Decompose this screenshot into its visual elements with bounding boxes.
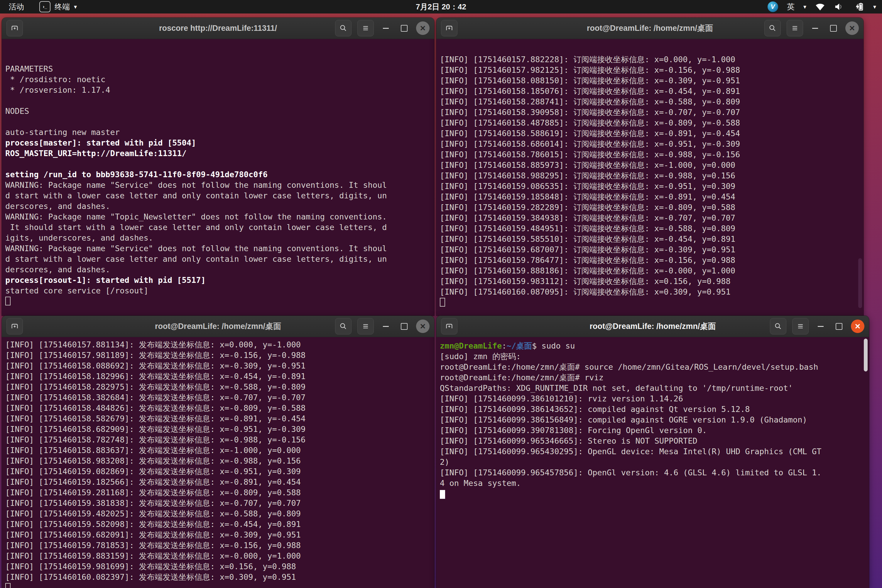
terminal-line: [INFO] [1751460158.288741]: 订阅端接收坐标信息: x… <box>440 96 860 107</box>
terminal-line: [INFO] [1751460159.682091]: 发布端发送坐标信息: x… <box>5 530 431 540</box>
window-publisher: root@DreamLife: /home/zmn/桌面 [INFO] [175… <box>2 316 434 588</box>
terminal-line: [INFO] [1751460158.686014]: 订阅端接收坐标信息: x… <box>440 139 860 149</box>
terminal-line: [INFO] [1751460158.782748]: 发布端发送坐标信息: x… <box>5 435 431 445</box>
window-title: root@DreamLife: /home/zmn/桌面 <box>590 321 716 332</box>
terminal-line: [INFO] [1751460158.185076]: 订阅端接收坐标信息: x… <box>440 86 860 96</box>
terminal-line: [INFO] [1751460159.687007]: 订阅端接收坐标信息: x… <box>440 244 860 255</box>
new-tab-button[interactable] <box>441 20 458 36</box>
terminal-output[interactable]: zmn@DreamLife:~/桌面$ sudo su[sudo] zmn 的密… <box>436 337 869 588</box>
terminal-line: [INFO] [1751460157.981189]: 发布端发送坐标信息: x… <box>5 350 431 361</box>
terminal-line: [INFO] [1751460158.883637]: 发布端发送坐标信息: x… <box>5 445 431 456</box>
terminal-line: [INFO] [1751460158.983208]: 发布端发送坐标信息: x… <box>5 456 431 466</box>
close-button[interactable] <box>845 21 859 35</box>
terminal-line: [INFO] [1751460159.185848]: 订阅端接收坐标信息: x… <box>440 192 860 202</box>
terminal-line: [INFO] [1751460099.965457856]: OpenGl ve… <box>440 467 866 478</box>
terminal-line: [INFO] [1751460099.386156849]: compiled … <box>440 415 866 425</box>
terminal-line: [INFO] [1751460157.982125]: 订阅端接收坐标信息: x… <box>440 65 860 75</box>
terminal-line: [INFO] [1751460159.781853]: 发布端发送坐标信息: x… <box>5 540 431 551</box>
terminal-line: derscores, and dashes. <box>5 264 431 275</box>
terminal-line: started core service [/rosout] <box>5 285 431 296</box>
terminal-line: process[rosout-1]: started with pid [551… <box>5 275 431 285</box>
focused-app-menu[interactable]: 终端 <box>39 1 77 12</box>
titlebar[interactable]: roscore http://DreamLife:11311/ <box>2 18 434 39</box>
search-button[interactable] <box>335 318 351 334</box>
terminal-line: root@DreamLife:/home/zmn/桌面# source /hom… <box>440 362 866 372</box>
scrollbar-thumb[interactable] <box>858 258 862 308</box>
maximize-button[interactable] <box>833 320 845 332</box>
terminal-line: [INFO] [1751460158.582679]: 发布端发送坐标信息: x… <box>5 413 431 424</box>
terminal-line: [INFO] [1751460159.482025]: 发布端发送坐标信息: x… <box>5 508 431 519</box>
titlebar[interactable]: root@DreamLife: /home/zmn/桌面 <box>2 316 434 337</box>
minimize-button[interactable] <box>814 320 827 332</box>
terminal-output[interactable]: PARAMETERS * /rosdistro: noetic * /rosve… <box>2 39 434 316</box>
terminal-line: [INFO] [1751460159.082869]: 发布端发送坐标信息: x… <box>5 466 431 477</box>
terminal-line: [INFO] [1751460159.281168]: 发布端发送坐标信息: x… <box>5 488 431 498</box>
terminal-line: [INFO] [1751460099.386101210]: rviz vers… <box>440 393 866 404</box>
terminal-output[interactable]: [INFO] [1751460157.882228]: 订阅端接收坐标信息: x… <box>436 39 864 316</box>
search-button[interactable] <box>764 20 781 36</box>
search-button[interactable] <box>335 20 351 36</box>
chevron-down-icon[interactable] <box>873 3 876 10</box>
terminal-line: process[master]: started with pid [5504] <box>5 138 431 148</box>
terminal-line: [INFO] [1751460158.786015]: 订阅端接收坐标信息: x… <box>440 149 860 160</box>
terminal-line: WARNING: Package name "Service" does not… <box>5 180 431 190</box>
activities-button[interactable]: 活动 <box>9 2 24 12</box>
chevron-down-icon <box>803 3 806 10</box>
terminal-line: [INFO] [1751460159.786477]: 订阅端接收坐标信息: x… <box>440 255 860 266</box>
terminal-line: [INFO] [1751460158.487885]: 订阅端接收坐标信息: x… <box>440 118 860 128</box>
menu-button[interactable] <box>357 20 374 36</box>
new-tab-button[interactable] <box>441 318 458 334</box>
terminal-line: [INFO] [1751460159.282289]: 订阅端接收坐标信息: x… <box>440 202 860 213</box>
terminal-line <box>5 296 431 307</box>
new-tab-button[interactable] <box>6 318 23 334</box>
terminal-line: [INFO] [1751460159.381838]: 发布端发送坐标信息: x… <box>5 498 431 508</box>
close-button[interactable] <box>416 320 429 333</box>
input-method-indicator[interactable]: 英 <box>787 2 795 12</box>
terminal-line: d start with a lower case letter and onl… <box>5 254 431 264</box>
terminal-line: * /rosdistro: noetic <box>5 74 431 85</box>
terminal-line: [INFO] [1751460158.382684]: 发布端发送坐标信息: x… <box>5 392 431 403</box>
terminal-line: [INFO] [1751460159.883159]: 发布端发送坐标信息: x… <box>5 551 431 561</box>
minimize-button[interactable] <box>380 22 392 34</box>
terminal-line: root@DreamLife:/home/zmn/桌面# rviz <box>440 372 866 383</box>
maximize-icon <box>401 25 408 32</box>
maximize-button[interactable] <box>827 22 840 34</box>
clock[interactable]: 7月2日 20：42 <box>416 2 466 12</box>
terminal-line: * /rosversion: 1.17.4 <box>5 85 431 95</box>
terminal-app-icon <box>39 1 51 12</box>
volume-icon <box>834 2 844 11</box>
v-app-indicator-icon[interactable] <box>768 2 778 12</box>
terminal-line: [INFO] [1751460099.390781308]: Forcing O… <box>440 425 866 436</box>
terminal-line: 2) <box>440 457 866 467</box>
terminal-line: [INFO] [1751460159.182566]: 发布端发送坐标信息: x… <box>5 477 431 488</box>
close-button[interactable] <box>851 320 864 333</box>
titlebar[interactable]: root@DreamLife: /home/zmn/桌面 <box>436 18 864 39</box>
system-tray[interactable]: 英 <box>768 2 882 12</box>
minimize-button[interactable] <box>809 22 821 34</box>
focused-app-name: 终端 <box>55 2 70 12</box>
terminal-line <box>5 117 431 127</box>
minimize-button[interactable] <box>380 320 392 332</box>
maximize-button[interactable] <box>398 320 410 332</box>
terminal-line: 4 on Mesa system. <box>440 478 866 489</box>
terminal-line: QStandardPaths: XDG_RUNTIME_DIR not set,… <box>440 383 866 393</box>
titlebar[interactable]: root@DreamLife: /home/zmn/桌面 <box>436 316 869 337</box>
terminal-output[interactable]: [INFO] [1751460157.881134]: 发布端发送坐标信息: x… <box>2 337 434 588</box>
close-button[interactable] <box>416 21 429 35</box>
terminal-line <box>5 582 431 588</box>
top-bar: 活动 终端 7月2日 20：42 英 <box>0 0 882 14</box>
wifi-icon <box>815 3 825 11</box>
terminal-line <box>5 159 431 169</box>
new-tab-button[interactable] <box>6 20 23 36</box>
search-button[interactable] <box>770 318 786 334</box>
scrollbar-thumb[interactable] <box>864 339 868 372</box>
maximize-button[interactable] <box>398 22 410 34</box>
maximize-icon <box>830 25 837 32</box>
menu-button[interactable] <box>357 318 374 334</box>
window-title: root@DreamLife: /home/zmn/桌面 <box>155 321 281 332</box>
terminal-line: WARNING: Package name "Topic_Newsletter"… <box>5 212 431 222</box>
maximize-icon <box>836 323 842 330</box>
menu-button[interactable] <box>787 20 803 36</box>
minimize-icon <box>383 326 389 327</box>
menu-button[interactable] <box>792 318 808 334</box>
